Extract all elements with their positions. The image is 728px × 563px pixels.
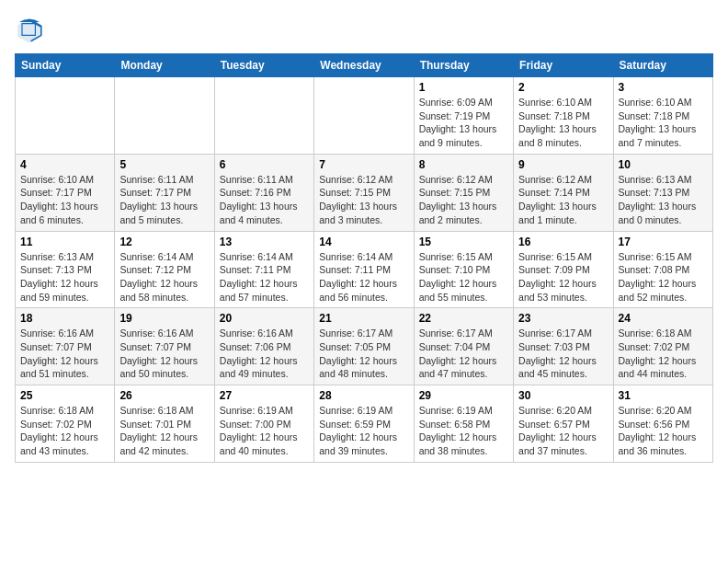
calendar-week-row: 4Sunrise: 6:10 AM Sunset: 7:17 PM Daylig… [16,154,713,231]
day-number: 29 [419,389,508,402]
day-info: Sunrise: 6:16 AM Sunset: 7:07 PM Dayligh… [20,327,109,381]
calendar-cell: 7Sunrise: 6:12 AM Sunset: 7:15 PM Daylig… [314,154,414,231]
day-number: 8 [419,158,508,171]
calendar-cell: 20Sunrise: 6:16 AM Sunset: 7:06 PM Dayli… [214,308,313,385]
calendar-cell: 10Sunrise: 6:13 AM Sunset: 7:13 PM Dayli… [613,154,712,231]
calendar-cell: 18Sunrise: 6:16 AM Sunset: 7:07 PM Dayli… [16,308,115,385]
day-info: Sunrise: 6:15 AM Sunset: 7:09 PM Dayligh… [518,250,608,304]
weekday-header: Thursday [414,54,513,77]
calendar-cell: 13Sunrise: 6:14 AM Sunset: 7:11 PM Dayli… [214,231,313,308]
day-number: 14 [319,236,408,248]
calendar-cell: 4Sunrise: 6:10 AM Sunset: 7:17 PM Daylig… [16,154,115,231]
calendar-week-row: 1Sunrise: 6:09 AM Sunset: 7:19 PM Daylig… [16,77,713,155]
day-info: Sunrise: 6:10 AM Sunset: 7:17 PM Dayligh… [20,173,109,227]
day-info: Sunrise: 6:15 AM Sunset: 7:08 PM Dayligh… [619,250,708,304]
logo [15,15,48,44]
weekday-header: Friday [514,54,613,77]
calendar-cell: 23Sunrise: 6:17 AM Sunset: 7:03 PM Dayli… [514,308,613,385]
day-number: 7 [319,158,408,171]
calendar: SundayMondayTuesdayWednesdayThursdayFrid… [15,53,713,463]
day-info: Sunrise: 6:12 AM Sunset: 7:15 PM Dayligh… [419,173,508,227]
day-number: 13 [220,236,309,248]
day-info: Sunrise: 6:20 AM Sunset: 6:57 PM Dayligh… [518,404,608,458]
day-number: 28 [319,389,408,402]
calendar-cell: 22Sunrise: 6:17 AM Sunset: 7:04 PM Dayli… [414,308,513,385]
calendar-cell: 12Sunrise: 6:14 AM Sunset: 7:12 PM Dayli… [115,231,214,308]
calendar-cell: 8Sunrise: 6:12 AM Sunset: 7:15 PM Daylig… [414,154,513,231]
calendar-cell: 11Sunrise: 6:13 AM Sunset: 7:13 PM Dayli… [16,231,115,308]
calendar-body: 1Sunrise: 6:09 AM Sunset: 7:19 PM Daylig… [16,77,713,463]
calendar-cell: 25Sunrise: 6:18 AM Sunset: 7:02 PM Dayli… [16,385,115,463]
day-info: Sunrise: 6:20 AM Sunset: 6:56 PM Dayligh… [619,404,708,458]
page-header [15,15,713,44]
day-info: Sunrise: 6:19 AM Sunset: 7:00 PM Dayligh… [220,404,309,458]
day-number: 3 [619,81,708,94]
calendar-cell: 27Sunrise: 6:19 AM Sunset: 7:00 PM Dayli… [214,385,313,463]
day-info: Sunrise: 6:14 AM Sunset: 7:11 PM Dayligh… [319,250,408,304]
calendar-header: SundayMondayTuesdayWednesdayThursdayFrid… [16,54,713,77]
day-number: 20 [220,312,309,325]
day-info: Sunrise: 6:19 AM Sunset: 6:59 PM Dayligh… [319,404,408,458]
weekday-header: Saturday [613,54,712,77]
calendar-cell: 15Sunrise: 6:15 AM Sunset: 7:10 PM Dayli… [414,231,513,308]
calendar-cell: 6Sunrise: 6:11 AM Sunset: 7:16 PM Daylig… [214,154,313,231]
day-number: 6 [220,158,309,171]
calendar-week-row: 25Sunrise: 6:18 AM Sunset: 7:02 PM Dayli… [16,385,713,463]
day-number: 27 [220,389,309,402]
day-info: Sunrise: 6:14 AM Sunset: 7:11 PM Dayligh… [220,250,309,304]
calendar-cell: 14Sunrise: 6:14 AM Sunset: 7:11 PM Dayli… [314,231,414,308]
calendar-cell: 9Sunrise: 6:12 AM Sunset: 7:14 PM Daylig… [514,154,613,231]
calendar-cell: 2Sunrise: 6:10 AM Sunset: 7:18 PM Daylig… [514,77,613,155]
day-number: 4 [20,158,109,171]
day-info: Sunrise: 6:17 AM Sunset: 7:03 PM Dayligh… [518,327,608,381]
calendar-cell: 29Sunrise: 6:19 AM Sunset: 6:58 PM Dayli… [414,385,513,463]
day-number: 24 [619,312,708,325]
calendar-cell: 17Sunrise: 6:15 AM Sunset: 7:08 PM Dayli… [613,231,712,308]
day-number: 19 [119,312,209,325]
day-info: Sunrise: 6:13 AM Sunset: 7:13 PM Dayligh… [20,250,109,304]
day-number: 12 [119,236,209,248]
day-info: Sunrise: 6:09 AM Sunset: 7:19 PM Dayligh… [419,96,508,150]
calendar-cell: 28Sunrise: 6:19 AM Sunset: 6:59 PM Dayli… [314,385,414,463]
calendar-cell [214,77,313,155]
day-number: 25 [20,389,109,402]
day-info: Sunrise: 6:15 AM Sunset: 7:10 PM Dayligh… [419,250,508,304]
day-number: 23 [518,312,608,325]
calendar-cell: 19Sunrise: 6:16 AM Sunset: 7:07 PM Dayli… [115,308,214,385]
day-info: Sunrise: 6:12 AM Sunset: 7:14 PM Dayligh… [518,173,608,227]
day-number: 11 [20,236,109,248]
calendar-cell: 26Sunrise: 6:18 AM Sunset: 7:01 PM Dayli… [115,385,214,463]
weekday-header: Monday [115,54,214,77]
day-info: Sunrise: 6:19 AM Sunset: 6:58 PM Dayligh… [419,404,508,458]
day-info: Sunrise: 6:12 AM Sunset: 7:15 PM Dayligh… [319,173,408,227]
day-info: Sunrise: 6:18 AM Sunset: 7:01 PM Dayligh… [119,404,209,458]
calendar-cell: 1Sunrise: 6:09 AM Sunset: 7:19 PM Daylig… [414,77,513,155]
calendar-cell [314,77,414,155]
weekday-header: Tuesday [214,54,313,77]
day-info: Sunrise: 6:10 AM Sunset: 7:18 PM Dayligh… [518,96,608,150]
day-info: Sunrise: 6:18 AM Sunset: 7:02 PM Dayligh… [20,404,109,458]
day-info: Sunrise: 6:18 AM Sunset: 7:02 PM Dayligh… [619,327,708,381]
day-info: Sunrise: 6:14 AM Sunset: 7:12 PM Dayligh… [119,250,209,304]
weekday-header: Wednesday [314,54,414,77]
calendar-cell [115,77,214,155]
logo-icon [15,15,44,44]
day-number: 10 [619,158,708,171]
day-number: 15 [419,236,508,248]
day-number: 30 [518,389,608,402]
day-info: Sunrise: 6:11 AM Sunset: 7:17 PM Dayligh… [119,173,209,227]
day-info: Sunrise: 6:10 AM Sunset: 7:18 PM Dayligh… [619,96,708,150]
day-info: Sunrise: 6:11 AM Sunset: 7:16 PM Dayligh… [220,173,309,227]
weekday-row: SundayMondayTuesdayWednesdayThursdayFrid… [16,54,713,77]
day-number: 9 [518,158,608,171]
day-info: Sunrise: 6:16 AM Sunset: 7:07 PM Dayligh… [119,327,209,381]
day-number: 31 [619,389,708,402]
day-info: Sunrise: 6:13 AM Sunset: 7:13 PM Dayligh… [619,173,708,227]
calendar-cell: 5Sunrise: 6:11 AM Sunset: 7:17 PM Daylig… [115,154,214,231]
day-number: 26 [119,389,209,402]
day-number: 16 [518,236,608,248]
day-number: 18 [20,312,109,325]
day-info: Sunrise: 6:17 AM Sunset: 7:05 PM Dayligh… [319,327,408,381]
calendar-cell: 16Sunrise: 6:15 AM Sunset: 7:09 PM Dayli… [514,231,613,308]
calendar-cell: 21Sunrise: 6:17 AM Sunset: 7:05 PM Dayli… [314,308,414,385]
